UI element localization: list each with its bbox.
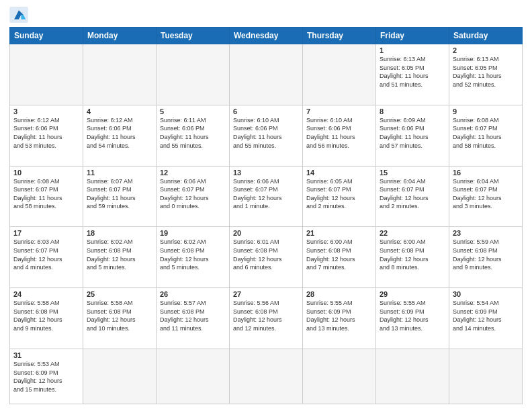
day-number: 23 xyxy=(453,229,519,237)
day-number: 30 xyxy=(453,290,519,298)
calendar-cell: 3Sunrise: 6:12 AM Sunset: 6:06 PM Daylig… xyxy=(10,105,83,166)
calendar-cell: 14Sunrise: 6:05 AM Sunset: 6:07 PM Dayli… xyxy=(303,166,376,227)
day-info: Sunrise: 6:03 AM Sunset: 6:07 PM Dayligh… xyxy=(13,238,79,271)
day-info: Sunrise: 5:57 AM Sunset: 6:08 PM Dayligh… xyxy=(160,299,226,332)
page: SundayMondayTuesdayWednesdayThursdayFrid… xyxy=(0,0,532,411)
day-info: Sunrise: 5:54 AM Sunset: 6:09 PM Dayligh… xyxy=(453,299,519,332)
day-info: Sunrise: 6:10 AM Sunset: 6:06 PM Dayligh… xyxy=(233,116,299,150)
calendar-cell xyxy=(83,44,157,105)
day-info: Sunrise: 6:09 AM Sunset: 6:06 PM Dayligh… xyxy=(380,116,445,150)
day-number: 9 xyxy=(453,107,519,116)
calendar-cell: 1Sunrise: 6:13 AM Sunset: 6:05 PM Daylig… xyxy=(376,44,449,105)
day-info: Sunrise: 6:12 AM Sunset: 6:06 PM Dayligh… xyxy=(87,116,152,150)
logo-icon xyxy=(9,7,28,23)
calendar-cell: 29Sunrise: 5:55 AM Sunset: 6:09 PM Dayli… xyxy=(376,288,449,349)
col-header-wednesday: Wednesday xyxy=(230,28,303,44)
day-info: Sunrise: 6:02 AM Sunset: 6:08 PM Dayligh… xyxy=(160,238,226,271)
day-info: Sunrise: 6:05 AM Sunset: 6:07 PM Dayligh… xyxy=(306,177,372,211)
day-info: Sunrise: 6:00 AM Sunset: 6:08 PM Dayligh… xyxy=(380,238,445,271)
day-info: Sunrise: 5:55 AM Sunset: 6:09 PM Dayligh… xyxy=(380,299,445,332)
calendar-cell: 24Sunrise: 5:58 AM Sunset: 6:08 PM Dayli… xyxy=(10,288,83,349)
calendar-cell: 20Sunrise: 6:01 AM Sunset: 6:08 PM Dayli… xyxy=(230,227,303,288)
calendar-cell: 5Sunrise: 6:11 AM Sunset: 6:06 PM Daylig… xyxy=(157,105,230,166)
calendar-cell: 22Sunrise: 6:00 AM Sunset: 6:08 PM Dayli… xyxy=(376,227,449,288)
calendar-cell xyxy=(449,349,523,404)
day-number: 27 xyxy=(233,290,299,298)
calendar-cell: 21Sunrise: 6:00 AM Sunset: 6:08 PM Dayli… xyxy=(303,227,376,288)
calendar-cell: 16Sunrise: 6:04 AM Sunset: 6:07 PM Dayli… xyxy=(449,166,523,227)
col-header-tuesday: Tuesday xyxy=(157,28,230,44)
day-number: 2 xyxy=(453,46,519,54)
calendar-cell xyxy=(157,44,230,105)
calendar-cell: 31Sunrise: 5:53 AM Sunset: 6:09 PM Dayli… xyxy=(10,349,83,404)
day-number: 20 xyxy=(233,229,299,237)
day-info: Sunrise: 5:58 AM Sunset: 6:08 PM Dayligh… xyxy=(87,299,152,332)
col-header-friday: Friday xyxy=(376,28,449,44)
calendar-cell xyxy=(303,44,376,105)
calendar-cell xyxy=(230,44,303,105)
header xyxy=(9,7,523,23)
calendar-cell: 25Sunrise: 5:58 AM Sunset: 6:08 PM Dayli… xyxy=(83,288,157,349)
day-info: Sunrise: 6:04 AM Sunset: 6:07 PM Dayligh… xyxy=(380,177,445,211)
logo xyxy=(9,7,31,23)
calendar-cell: 27Sunrise: 5:56 AM Sunset: 6:08 PM Dayli… xyxy=(230,288,303,349)
calendar-cell: 26Sunrise: 5:57 AM Sunset: 6:08 PM Dayli… xyxy=(157,288,230,349)
day-number: 12 xyxy=(160,169,226,177)
calendar-cell: 28Sunrise: 5:55 AM Sunset: 6:09 PM Dayli… xyxy=(303,288,376,349)
day-info: Sunrise: 6:13 AM Sunset: 6:05 PM Dayligh… xyxy=(380,55,445,89)
day-info: Sunrise: 6:02 AM Sunset: 6:08 PM Dayligh… xyxy=(87,238,152,271)
calendar-cell: 17Sunrise: 6:03 AM Sunset: 6:07 PM Dayli… xyxy=(10,227,83,288)
calendar-cell: 23Sunrise: 5:59 AM Sunset: 6:08 PM Dayli… xyxy=(449,227,523,288)
day-info: Sunrise: 5:55 AM Sunset: 6:09 PM Dayligh… xyxy=(306,299,372,332)
day-number: 4 xyxy=(87,107,152,116)
day-number: 13 xyxy=(233,169,299,177)
day-number: 16 xyxy=(453,169,519,177)
calendar-cell: 6Sunrise: 6:10 AM Sunset: 6:06 PM Daylig… xyxy=(230,105,303,166)
day-info: Sunrise: 5:59 AM Sunset: 6:08 PM Dayligh… xyxy=(453,238,519,271)
day-number: 17 xyxy=(13,229,79,237)
day-info: Sunrise: 5:58 AM Sunset: 6:08 PM Dayligh… xyxy=(13,299,79,332)
calendar-cell: 19Sunrise: 6:02 AM Sunset: 6:08 PM Dayli… xyxy=(157,227,230,288)
col-header-monday: Monday xyxy=(83,28,157,44)
day-info: Sunrise: 6:08 AM Sunset: 6:07 PM Dayligh… xyxy=(453,116,519,150)
calendar-cell xyxy=(83,349,157,404)
calendar-cell: 11Sunrise: 6:07 AM Sunset: 6:07 PM Dayli… xyxy=(83,166,157,227)
col-header-sunday: Sunday xyxy=(10,28,83,44)
day-number: 5 xyxy=(160,107,226,116)
calendar-cell: 9Sunrise: 6:08 AM Sunset: 6:07 PM Daylig… xyxy=(449,105,523,166)
day-info: Sunrise: 6:11 AM Sunset: 6:06 PM Dayligh… xyxy=(160,116,226,150)
col-header-saturday: Saturday xyxy=(449,28,523,44)
calendar-cell: 7Sunrise: 6:10 AM Sunset: 6:06 PM Daylig… xyxy=(303,105,376,166)
calendar-cell xyxy=(10,44,83,105)
day-info: Sunrise: 6:13 AM Sunset: 6:05 PM Dayligh… xyxy=(453,55,519,89)
day-number: 25 xyxy=(87,290,152,298)
day-number: 18 xyxy=(87,229,152,237)
calendar-cell: 18Sunrise: 6:02 AM Sunset: 6:08 PM Dayli… xyxy=(83,227,157,288)
day-number: 6 xyxy=(233,107,299,116)
calendar-cell xyxy=(230,349,303,404)
col-header-thursday: Thursday xyxy=(303,28,376,44)
day-number: 3 xyxy=(13,107,79,116)
calendar-cell: 30Sunrise: 5:54 AM Sunset: 6:09 PM Dayli… xyxy=(449,288,523,349)
day-info: Sunrise: 6:06 AM Sunset: 6:07 PM Dayligh… xyxy=(233,177,299,211)
day-number: 10 xyxy=(13,169,79,177)
day-number: 14 xyxy=(306,169,372,177)
day-number: 26 xyxy=(160,290,226,298)
day-number: 22 xyxy=(380,229,445,237)
calendar-table: SundayMondayTuesdayWednesdayThursdayFrid… xyxy=(9,27,523,404)
day-number: 8 xyxy=(380,107,445,116)
calendar-cell: 8Sunrise: 6:09 AM Sunset: 6:06 PM Daylig… xyxy=(376,105,449,166)
calendar-cell: 10Sunrise: 6:08 AM Sunset: 6:07 PM Dayli… xyxy=(10,166,83,227)
day-info: Sunrise: 5:53 AM Sunset: 6:09 PM Dayligh… xyxy=(13,360,79,394)
day-number: 28 xyxy=(306,290,372,298)
day-info: Sunrise: 6:12 AM Sunset: 6:06 PM Dayligh… xyxy=(13,116,79,150)
day-info: Sunrise: 6:07 AM Sunset: 6:07 PM Dayligh… xyxy=(87,177,152,211)
calendar-cell: 2Sunrise: 6:13 AM Sunset: 6:05 PM Daylig… xyxy=(449,44,523,105)
day-info: Sunrise: 6:04 AM Sunset: 6:07 PM Dayligh… xyxy=(453,177,519,211)
day-info: Sunrise: 6:01 AM Sunset: 6:08 PM Dayligh… xyxy=(233,238,299,271)
calendar-cell: 12Sunrise: 6:06 AM Sunset: 6:07 PM Dayli… xyxy=(157,166,230,227)
day-info: Sunrise: 6:00 AM Sunset: 6:08 PM Dayligh… xyxy=(306,238,372,271)
day-number: 19 xyxy=(160,229,226,237)
day-info: Sunrise: 6:10 AM Sunset: 6:06 PM Dayligh… xyxy=(306,116,372,150)
day-info: Sunrise: 6:08 AM Sunset: 6:07 PM Dayligh… xyxy=(13,177,79,211)
